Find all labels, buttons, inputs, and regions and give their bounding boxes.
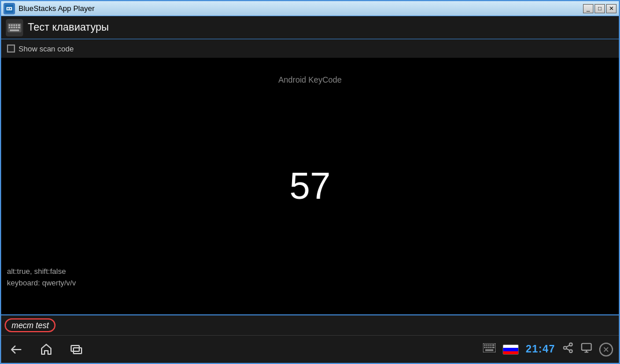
svg-rect-22 xyxy=(490,344,492,346)
system-clock: 21:47 xyxy=(526,343,555,355)
svg-rect-13 xyxy=(16,27,17,28)
show-scan-code-label: Show scan code xyxy=(19,44,73,53)
svg-rect-3 xyxy=(10,8,11,9)
main-display: Android KeyCode 57 alt:true, shift:false… xyxy=(1,58,619,314)
svg-rect-1 xyxy=(6,7,12,10)
svg-rect-27 xyxy=(490,347,492,348)
svg-rect-2 xyxy=(8,8,9,9)
recents-button[interactable] xyxy=(67,340,86,359)
screen-icon[interactable] xyxy=(581,342,592,356)
content-area: Show scan code Android KeyCode 57 alt:tr… xyxy=(1,39,619,363)
svg-rect-9 xyxy=(18,24,20,26)
svg-rect-14 xyxy=(18,27,20,28)
svg-point-31 xyxy=(564,347,567,350)
language-flag[interactable] xyxy=(503,344,519,355)
taskbar: 21:47 xyxy=(1,335,619,363)
svg-rect-5 xyxy=(9,24,10,26)
svg-line-33 xyxy=(566,348,570,350)
close-button[interactable]: ✕ xyxy=(606,4,617,13)
svg-rect-6 xyxy=(11,24,13,26)
app-window: BlueStacks App Player _ □ ✕ xyxy=(0,0,620,364)
svg-rect-35 xyxy=(582,344,592,351)
app-icon xyxy=(3,3,15,14)
options-bar: Show scan code xyxy=(1,39,619,58)
show-scan-code-checkbox[interactable]: Show scan code xyxy=(7,44,73,53)
window-title: BlueStacks App Player xyxy=(19,4,583,13)
svg-rect-12 xyxy=(13,27,15,28)
status-info: alt:true, shift:false keyboard: qwerty/v… xyxy=(7,266,76,288)
status-line1: alt:true, shift:false xyxy=(7,266,76,277)
taskbar-right: 21:47 xyxy=(483,342,613,356)
svg-rect-8 xyxy=(16,24,17,26)
svg-rect-24 xyxy=(484,347,486,348)
svg-rect-25 xyxy=(486,347,488,348)
page-title: Тест клавиатуры xyxy=(28,21,109,34)
text-input-display[interactable]: тест test xyxy=(5,318,56,332)
svg-rect-28 xyxy=(492,347,494,348)
svg-point-32 xyxy=(570,350,573,352)
back-button[interactable] xyxy=(7,340,25,359)
svg-line-34 xyxy=(566,345,570,347)
status-line2: keyboard: qwerty/v/v xyxy=(7,277,76,289)
svg-rect-7 xyxy=(13,24,15,26)
close-circle-button[interactable]: ✕ xyxy=(599,343,613,356)
nav-buttons xyxy=(7,340,86,359)
svg-rect-29 xyxy=(485,350,493,351)
window-controls: _ □ ✕ xyxy=(583,4,617,13)
keycode-label: Android KeyCode xyxy=(1,75,619,84)
minimize-button[interactable]: _ xyxy=(583,4,593,13)
svg-rect-19 xyxy=(484,344,486,346)
svg-rect-26 xyxy=(488,347,490,348)
app-toolbar: Тест клавиатуры xyxy=(1,16,619,39)
share-icon[interactable] xyxy=(562,342,574,356)
title-bar: BlueStacks App Player _ □ ✕ xyxy=(1,1,619,16)
svg-point-30 xyxy=(570,343,573,346)
home-button[interactable] xyxy=(37,340,56,359)
maximize-button[interactable]: □ xyxy=(595,4,605,13)
keyboard-taskbar-icon[interactable] xyxy=(483,343,496,355)
input-bar: тест test xyxy=(1,314,619,335)
checkbox-input[interactable] xyxy=(7,44,15,53)
svg-rect-21 xyxy=(488,344,490,346)
keycode-value: 57 xyxy=(289,165,330,207)
svg-rect-10 xyxy=(9,27,10,28)
svg-rect-11 xyxy=(11,27,13,28)
keyboard-icon xyxy=(6,19,23,36)
svg-rect-15 xyxy=(10,29,19,31)
svg-rect-20 xyxy=(486,344,488,346)
svg-rect-23 xyxy=(492,344,494,346)
